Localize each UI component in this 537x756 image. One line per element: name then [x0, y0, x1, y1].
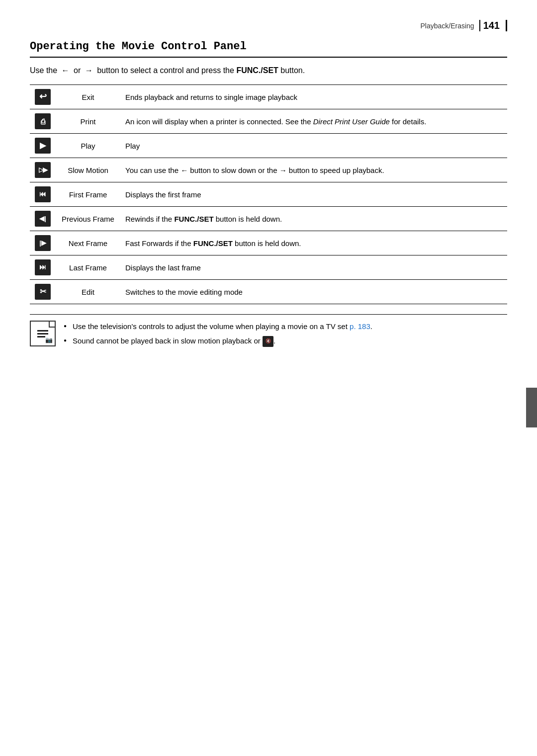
last-frame-icon: ⏭ — [35, 259, 51, 275]
print-icon: ⎙ — [35, 113, 51, 129]
table-row: ↩ Exit Ends playback and returns to sing… — [30, 85, 507, 109]
notes-section: 📷 Use the television's controls to adjus… — [30, 314, 507, 350]
control-desc: An icon will display when a printer is c… — [120, 109, 507, 134]
control-desc: Rewinds if the FUNC./SET button is held … — [120, 207, 507, 231]
right-arrow-icon: → — [85, 66, 93, 75]
table-row: ✂ Edit Switches to the movie editing mod… — [30, 280, 507, 304]
next-frame-icon: |▶ — [35, 235, 51, 251]
func-set-label: FUNC./SET — [236, 66, 278, 75]
note-line — [37, 336, 45, 337]
note-item-tv: Use the television's controls to adjust … — [64, 321, 507, 332]
icon-cell: ▶ — [30, 134, 56, 158]
intro-text-before: Use the — [30, 66, 57, 75]
intro-or: or — [74, 66, 81, 75]
control-name: Previous Frame — [56, 207, 120, 231]
intro-text-after: button to select a control and press the — [97, 66, 234, 75]
control-desc: Play — [120, 134, 507, 158]
note-line — [37, 330, 48, 332]
page-header: Playback/Erasing 141 — [30, 20, 507, 31]
play-icon: ▶ — [35, 138, 51, 154]
table-row: ⏮ First Frame Displays the first frame — [30, 182, 507, 207]
notes-text: Use the television's controls to adjust … — [64, 321, 507, 350]
icon-cell: ⎙ — [30, 109, 56, 134]
control-desc: Displays the first frame — [120, 182, 507, 207]
table-row: ◀| Previous Frame Rewinds if the FUNC./S… — [30, 207, 507, 231]
icon-cell: ◀| — [30, 207, 56, 231]
intro-paragraph: Use the ← or → button to select a contro… — [30, 65, 507, 77]
control-name: Play — [56, 134, 120, 158]
section-label: Playback/Erasing — [420, 22, 474, 30]
icon-cell: ⏭ — [30, 255, 56, 280]
control-name: Slow Motion — [56, 158, 120, 182]
control-desc: Ends playback and returns to single imag… — [120, 85, 507, 109]
first-frame-icon: ⏮ — [35, 186, 51, 202]
notes-icon: 📷 — [30, 321, 56, 346]
table-row: ⎙ Print An icon will display when a prin… — [30, 109, 507, 134]
table-row: ▷▶ Slow Motion You can use the ← button … — [30, 158, 507, 182]
page-number: 141 — [479, 20, 500, 31]
control-table: ↩ Exit Ends playback and returns to sing… — [30, 84, 507, 304]
exit-icon: ↩ — [35, 89, 51, 105]
icon-cell: ▷▶ — [30, 158, 56, 182]
control-desc: Displays the last frame — [120, 255, 507, 280]
control-name: Edit — [56, 280, 120, 304]
intro-text-end: button. — [280, 66, 305, 75]
page-title: Operating the Movie Control Panel — [30, 40, 507, 58]
slow-motion-icon: ▷▶ — [35, 162, 51, 178]
note-tv-period: . — [370, 322, 372, 331]
page-tab — [526, 388, 537, 427]
previous-frame-icon: ◀| — [35, 211, 51, 227]
left-arrow-icon: ← — [62, 66, 70, 75]
note-tv-link[interactable]: p. 183 — [350, 322, 370, 331]
icon-cell: |▶ — [30, 231, 56, 255]
control-name: Next Frame — [56, 231, 120, 255]
control-desc: You can use the ← button to slow down or… — [120, 158, 507, 182]
note-tv-text: Use the television's controls to adjust … — [73, 322, 350, 331]
table-row: ⏭ Last Frame Displays the last frame — [30, 255, 507, 280]
icon-cell: ↩ — [30, 85, 56, 109]
control-name: Last Frame — [56, 255, 120, 280]
note-sound-period: . — [273, 336, 275, 345]
camera-note-icon: 📷 — [45, 336, 53, 343]
control-name: Print — [56, 109, 120, 134]
note-line — [37, 333, 48, 335]
control-desc: Switches to the movie editing mode — [120, 280, 507, 304]
note-item-sound: Sound cannot be played back in slow moti… — [64, 335, 507, 347]
icon-cell: ✂ — [30, 280, 56, 304]
corner-fold-icon — [49, 322, 55, 328]
control-name: First Frame — [56, 182, 120, 207]
icon-cell: ⏮ — [30, 182, 56, 207]
edit-icon: ✂ — [35, 284, 51, 300]
control-desc: Fast Forwards if the FUNC./SET button is… — [120, 231, 507, 255]
table-row: ▶ Play Play — [30, 134, 507, 158]
table-row: |▶ Next Frame Fast Forwards if the FUNC.… — [30, 231, 507, 255]
sound-mode-icon: 🔇 — [263, 336, 273, 347]
note-sound-text: Sound cannot be played back in slow moti… — [73, 336, 263, 345]
control-name: Exit — [56, 85, 120, 109]
